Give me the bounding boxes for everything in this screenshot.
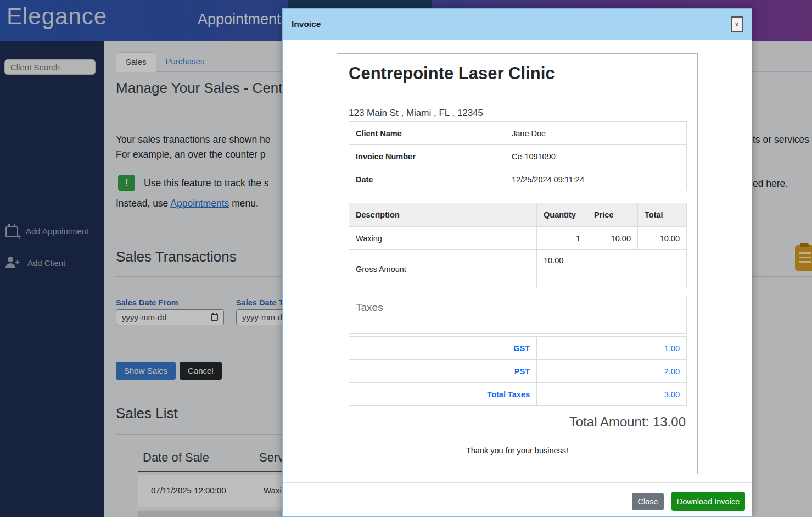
invoice-info-table: Client Name Jane Doe Invoice Number Ce-1… <box>349 121 687 191</box>
taxes-table: GST 1.00 PST 2.00 Total Taxes 3.00 <box>349 336 687 406</box>
gross-amount-row: Gross Amount 10.00 <box>349 250 687 288</box>
info-value: 12/25/2024 09:11:24 <box>505 168 687 191</box>
clinic-address: 123 Main St , Miami , FL , 12345 <box>349 108 483 119</box>
invoice-card: Centrepointe Laser Clinic 123 Main St , … <box>337 53 698 474</box>
col-quantity: Quantity <box>537 203 587 227</box>
tax-row: Total Taxes 3.00 <box>349 383 687 406</box>
invoice-modal: Invoice x Centrepointe Laser Clinic 123 … <box>282 8 752 517</box>
tax-row: GST 1.00 <box>349 337 687 360</box>
item-row: Waxing 1 10.00 10.00 <box>349 227 687 250</box>
item-quantity: 1 <box>537 227 587 250</box>
item-description: Waxing <box>349 227 537 250</box>
info-label: Client Name <box>349 122 505 145</box>
tax-label: PST <box>349 360 537 383</box>
item-price: 10.00 <box>587 227 638 250</box>
col-description: Description <box>349 203 537 227</box>
info-label: Invoice Number <box>349 145 505 168</box>
download-invoice-button[interactable]: Download Invoice <box>671 492 745 511</box>
tax-value: 1.00 <box>537 337 687 360</box>
close-button[interactable]: Close <box>632 493 664 510</box>
tax-value: 2.00 <box>537 360 687 383</box>
items-header-row: Description Quantity Price Total <box>349 203 687 227</box>
modal-header: Invoice x <box>283 9 752 40</box>
tax-value: 3.00 <box>537 383 687 406</box>
col-price: Price <box>587 203 638 227</box>
info-row: Client Name Jane Doe <box>349 122 687 145</box>
tax-row: PST 2.00 <box>349 360 687 383</box>
total-amount: Total Amount: 13.00 <box>569 414 686 430</box>
tax-label: GST <box>349 337 537 360</box>
info-row: Invoice Number Ce-1091090 <box>349 145 687 168</box>
taxes-heading-box: Taxes <box>349 296 687 334</box>
thank-you-note: Thank you for your business! <box>337 446 697 455</box>
close-icon[interactable]: x <box>731 16 743 32</box>
info-value: Jane Doe <box>505 122 687 145</box>
modal-title: Invoice <box>292 19 321 29</box>
col-total: Total <box>638 203 687 227</box>
clinic-name: Centrepointe Laser Clinic <box>349 64 555 84</box>
info-row: Date 12/25/2024 09:11:24 <box>349 168 687 191</box>
info-value: Ce-1091090 <box>505 145 687 168</box>
modal-footer: Close Download Invoice <box>283 482 752 517</box>
gross-amount-value: 10.00 <box>537 250 687 288</box>
info-label: Date <box>349 168 505 191</box>
item-total: 10.00 <box>638 227 687 250</box>
gross-amount-label: Gross Amount <box>349 250 537 288</box>
tax-label: Total Taxes <box>349 383 537 406</box>
invoice-items-table: Description Quantity Price Total Waxing … <box>349 203 687 288</box>
